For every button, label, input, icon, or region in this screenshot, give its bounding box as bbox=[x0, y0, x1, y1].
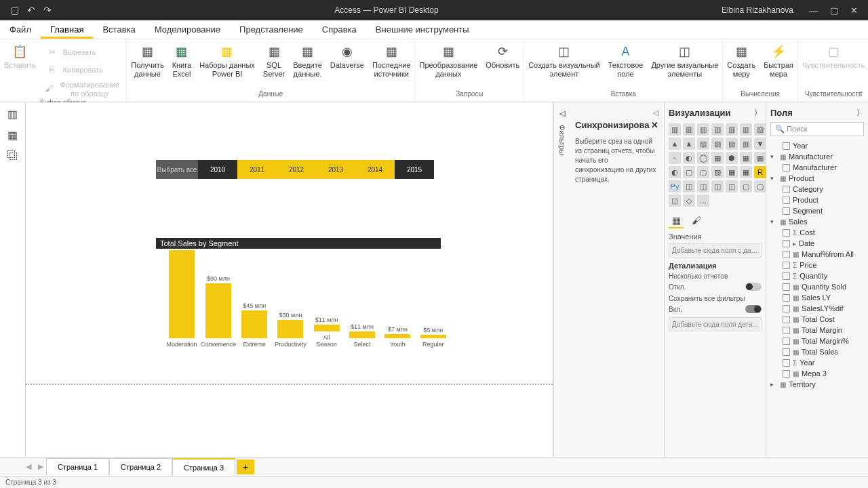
viz-more-icon[interactable]: … bbox=[697, 195, 709, 207]
undo-icon[interactable]: ↶ bbox=[27, 5, 35, 16]
report-view-icon[interactable]: ▥ bbox=[7, 108, 18, 121]
viz-qa-icon[interactable]: ◫ bbox=[711, 180, 724, 192]
sql-server-button[interactable]: ▦SQL Server bbox=[259, 42, 289, 80]
table-row[interactable]: ▸▦Territory bbox=[770, 379, 864, 390]
viz-map-icon[interactable]: ⬢ bbox=[726, 152, 738, 164]
viz-100-bar-icon[interactable]: ▥ bbox=[726, 123, 738, 136]
viz-paginated-icon[interactable]: ▢ bbox=[740, 180, 752, 192]
transform-data-button[interactable]: ▦Преобразование данных bbox=[415, 42, 481, 80]
viz-waterfall-icon[interactable]: ▥ bbox=[740, 138, 752, 150]
field-row[interactable]: ▸Date bbox=[770, 238, 864, 249]
slicer-item[interactable]: 2012 bbox=[277, 160, 316, 179]
viz-funnel-icon[interactable]: ▼ bbox=[754, 138, 766, 150]
year-slicer[interactable]: Выбрать все 201020112012201320142015 bbox=[156, 160, 434, 179]
viz-treemap-icon[interactable]: ▦ bbox=[711, 152, 724, 164]
model-view-icon[interactable]: ⿻ bbox=[7, 150, 18, 162]
viz-automate-icon[interactable]: ◇ bbox=[683, 195, 695, 207]
field-row[interactable]: ▦Мера 3 bbox=[770, 368, 864, 379]
field-row[interactable]: ΣYear bbox=[770, 357, 864, 368]
viz-donut-icon[interactable]: ◯ bbox=[697, 152, 709, 164]
viz-arcgis-icon[interactable]: ▢ bbox=[754, 180, 766, 192]
tab-home[interactable]: Главная bbox=[41, 20, 93, 39]
viz-ribbon-icon[interactable]: ▨ bbox=[726, 138, 738, 150]
more-visuals-button[interactable]: ◫Другие визуальные элементы bbox=[647, 42, 722, 80]
viz-decomposition-icon[interactable]: ◫ bbox=[697, 180, 709, 192]
viz-pie-icon[interactable]: ◐ bbox=[683, 152, 695, 164]
refresh-button[interactable]: ⟳Обновить bbox=[481, 42, 524, 80]
close-icon[interactable]: ✕ bbox=[850, 5, 858, 16]
fields-well-icon[interactable]: ▦ bbox=[669, 214, 684, 228]
field-row[interactable]: ▦Sales LY bbox=[770, 292, 864, 303]
format-painter-button[interactable]: 🖌Форматирование по образцу bbox=[40, 79, 127, 99]
keep-filters-toggle[interactable] bbox=[745, 305, 762, 313]
field-row[interactable]: ▦Manuf%from All bbox=[770, 249, 864, 260]
redo-icon[interactable]: ↷ bbox=[43, 5, 52, 16]
bar[interactable]: $5 млнRegular bbox=[420, 327, 446, 348]
viz-stacked-column-icon[interactable]: ▥ bbox=[683, 123, 695, 136]
viz-python-icon[interactable]: Py bbox=[669, 180, 681, 192]
bar[interactable]: $11 млнAll Season bbox=[313, 317, 339, 348]
table-row[interactable]: ▾▦Manufacturer bbox=[770, 151, 864, 162]
viz-scatter-icon[interactable]: ◦ bbox=[669, 152, 681, 164]
viz-collapse-icon[interactable]: 〉 bbox=[754, 108, 762, 118]
tab-modeling[interactable]: Моделирование bbox=[145, 20, 230, 39]
viz-line-stacked-icon[interactable]: ▨ bbox=[697, 138, 709, 150]
field-row[interactable]: ▦SalesLY%dif bbox=[770, 303, 864, 314]
save-icon[interactable]: ▢ bbox=[10, 5, 19, 16]
tab-help[interactable]: Справка bbox=[313, 20, 366, 39]
next-page-icon[interactable]: ▶ bbox=[35, 460, 46, 474]
bar[interactable]: $11 млнSelect bbox=[349, 323, 375, 348]
copy-button[interactable]: ⎘Копировать bbox=[40, 61, 127, 79]
field-row[interactable]: Year bbox=[770, 140, 864, 151]
cut-button[interactable]: ✂Вырезать bbox=[40, 43, 127, 61]
viz-matrix-icon[interactable]: R bbox=[754, 166, 766, 178]
slicer-item[interactable]: 2015 bbox=[395, 160, 434, 179]
viz-100-column-icon[interactable]: ▥ bbox=[740, 123, 752, 136]
drill-dropzone[interactable]: Добавьте сюда поля дета... bbox=[669, 317, 762, 331]
slicer-select-all[interactable]: Выбрать все bbox=[156, 160, 198, 179]
get-data-button[interactable]: ▦Получить данные bbox=[127, 42, 167, 80]
dataverse-button[interactable]: ◉Dataverse bbox=[326, 42, 368, 80]
field-row[interactable]: Segment bbox=[770, 205, 864, 216]
quick-measure-button[interactable]: ⚡Быстрая мера bbox=[760, 42, 797, 80]
data-view-icon[interactable]: ▦ bbox=[7, 129, 18, 142]
field-row[interactable]: Category bbox=[770, 184, 864, 195]
sensitivity-button[interactable]: ▢Чувствительность bbox=[798, 42, 868, 71]
paste-button[interactable]: 📋Вставить bbox=[0, 42, 40, 99]
viz-stacked-bar-icon[interactable]: ▥ bbox=[669, 123, 681, 136]
viz-slicer-icon[interactable]: ▦ bbox=[726, 166, 738, 178]
viz-powerapps-icon[interactable]: ◫ bbox=[669, 195, 681, 207]
values-dropzone[interactable]: Добавьте сюда поля с дан... bbox=[669, 243, 762, 258]
filters-collapsed[interactable]: ◁ Фильтры bbox=[553, 102, 570, 457]
expand-icon[interactable]: ◁ bbox=[559, 109, 565, 118]
recent-sources-button[interactable]: ▦Последние источники bbox=[368, 42, 415, 80]
viz-multi-card-icon[interactable]: ▢ bbox=[697, 166, 709, 178]
maximize-icon[interactable]: ▢ bbox=[830, 5, 838, 16]
sync-collapse-icon[interactable]: ◁ bbox=[653, 108, 658, 117]
viz-table-icon[interactable]: ▦ bbox=[740, 166, 752, 178]
user-name[interactable]: Elbina Rizakhanova bbox=[722, 5, 799, 15]
ribbon-collapse-icon[interactable]: ⌃ bbox=[858, 90, 864, 99]
slicer-item[interactable]: 2014 bbox=[355, 160, 395, 179]
viz-card-icon[interactable]: ▢ bbox=[683, 166, 695, 178]
new-visual-button[interactable]: ◫Создать визуальный элемент bbox=[524, 42, 604, 80]
field-row[interactable]: ΣQuantity bbox=[770, 270, 864, 281]
viz-clustered-bar-icon[interactable]: ▥ bbox=[697, 123, 709, 136]
viz-shape-map-icon[interactable]: ▦ bbox=[754, 152, 766, 164]
bar[interactable]: $30 млнProductivity bbox=[277, 312, 304, 348]
slicer-item[interactable]: 2011 bbox=[237, 160, 277, 179]
field-row[interactable]: Manufacturer bbox=[770, 162, 864, 173]
tab-view[interactable]: Представление bbox=[230, 20, 313, 39]
tab-insert[interactable]: Вставка bbox=[93, 20, 144, 39]
viz-line-icon[interactable]: ▨ bbox=[754, 123, 766, 136]
field-row[interactable]: ▦Total Margin bbox=[770, 325, 864, 336]
viz-gauge-icon[interactable]: ◐ bbox=[669, 166, 681, 178]
tab-external[interactable]: Внешние инструменты bbox=[366, 20, 479, 39]
report-canvas[interactable]: Выбрать все 201020112012201320142015 Tot… bbox=[26, 102, 553, 457]
field-row[interactable]: Product bbox=[770, 195, 864, 205]
prev-page-icon[interactable]: ◀ bbox=[23, 460, 34, 474]
excel-button[interactable]: ▦Книга Excel bbox=[168, 42, 196, 80]
viz-filled-map-icon[interactable]: ▦ bbox=[740, 152, 752, 164]
field-row[interactable]: ΣPrice bbox=[770, 260, 864, 270]
field-row[interactable]: ▦Total Cost bbox=[770, 314, 864, 325]
